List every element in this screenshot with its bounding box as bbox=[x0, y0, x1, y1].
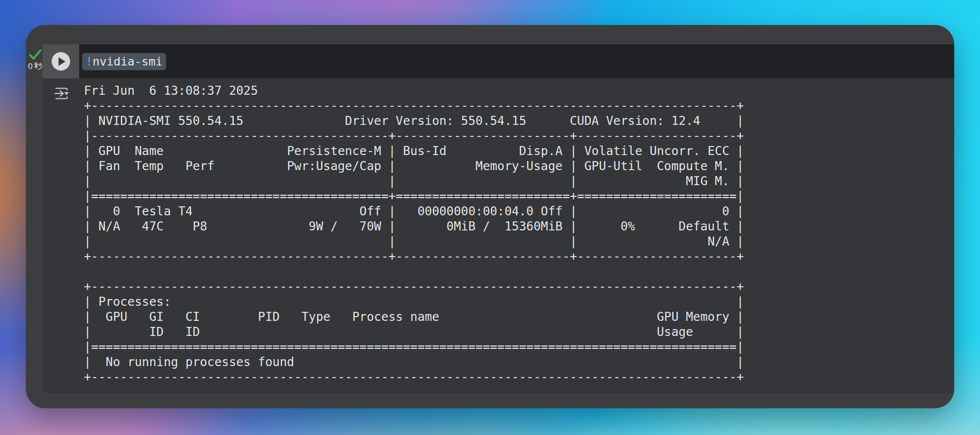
execution-info: 0 bbox=[26, 49, 45, 71]
cell-output-text: Fri Jun 6 13:08:37 2025 +---------------… bbox=[84, 83, 744, 385]
code-line-selection: !nvidia-smi bbox=[82, 53, 166, 70]
code-cell: !nvidia-smi bbox=[43, 44, 954, 78]
execution-time: 0 bbox=[26, 62, 45, 71]
run-cell-gutter[interactable] bbox=[43, 44, 79, 78]
execution-time-number: 0 bbox=[28, 62, 33, 71]
check-icon bbox=[29, 49, 42, 61]
play-icon bbox=[59, 57, 65, 66]
code-editor[interactable]: !nvidia-smi bbox=[79, 44, 954, 78]
notebook-window: 0 bbox=[26, 25, 954, 408]
cell-output-toggle-icon bbox=[53, 85, 70, 102]
seconds-kanji-glyph bbox=[34, 62, 43, 71]
desktop-background: 0 bbox=[0, 0, 980, 435]
cell-output-toggle[interactable] bbox=[53, 85, 70, 102]
run-cell-button[interactable] bbox=[52, 52, 70, 71]
code-command: nvidia-smi bbox=[92, 55, 163, 68]
code-shell-prefix: ! bbox=[86, 55, 92, 68]
